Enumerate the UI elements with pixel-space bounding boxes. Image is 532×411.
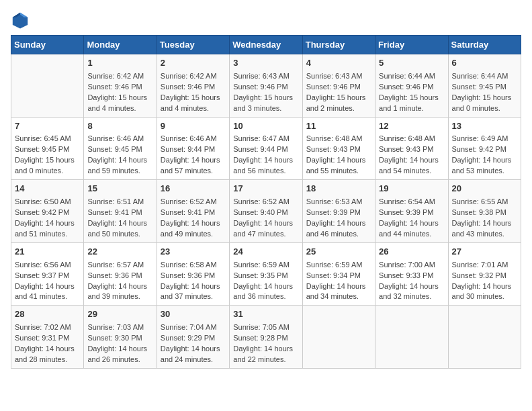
cell-info: Daylight: 14 hours bbox=[15, 344, 80, 355]
cell-info: Sunset: 9:36 PM bbox=[161, 271, 226, 281]
calendar-cell: 14Sunrise: 6:50 AMSunset: 9:42 PMDayligh… bbox=[11, 180, 84, 243]
calendar-cell: 28Sunrise: 7:02 AMSunset: 9:31 PMDayligh… bbox=[11, 306, 84, 369]
cell-info: Sunset: 9:42 PM bbox=[15, 208, 80, 218]
calendar-cell: 25Sunrise: 6:59 AMSunset: 9:34 PMDayligh… bbox=[302, 242, 375, 306]
cell-info: Sunset: 9:28 PM bbox=[233, 333, 298, 344]
cell-info: Daylight: 14 hours bbox=[161, 281, 226, 292]
day-number: 8 bbox=[87, 120, 152, 133]
cell-info: Sunrise: 6:43 AM bbox=[306, 71, 371, 82]
cell-info: and 1 minute. bbox=[379, 103, 444, 114]
calendar-week-3: 14Sunrise: 6:50 AMSunset: 9:42 PMDayligh… bbox=[11, 180, 521, 243]
cell-info: Sunset: 9:39 PM bbox=[379, 208, 444, 218]
cell-info: Daylight: 15 hours bbox=[87, 93, 152, 103]
header-sunday: Sunday bbox=[11, 36, 84, 54]
cell-info: Sunset: 9:45 PM bbox=[452, 82, 517, 93]
header-friday: Friday bbox=[375, 36, 448, 54]
cell-info: and 34 minutes. bbox=[306, 291, 371, 302]
day-number: 6 bbox=[452, 57, 517, 70]
header-wednesday: Wednesday bbox=[230, 36, 302, 54]
cell-info: and 43 minutes. bbox=[452, 229, 517, 240]
calendar-cell: 6Sunrise: 6:44 AMSunset: 9:45 PMDaylight… bbox=[448, 54, 521, 118]
logo bbox=[11, 11, 32, 30]
cell-info: and 54 minutes. bbox=[379, 166, 444, 177]
cell-info: Daylight: 14 hours bbox=[306, 281, 371, 292]
cell-info: and 56 minutes. bbox=[233, 166, 298, 177]
cell-info: Daylight: 14 hours bbox=[233, 344, 298, 355]
cell-info: and 44 minutes. bbox=[379, 229, 444, 240]
day-number: 27 bbox=[452, 246, 517, 259]
day-number: 14 bbox=[15, 183, 80, 195]
cell-info: Sunrise: 6:45 AM bbox=[15, 134, 80, 144]
calendar-cell: 22Sunrise: 6:57 AMSunset: 9:36 PMDayligh… bbox=[84, 242, 157, 306]
calendar-cell bbox=[11, 54, 84, 118]
cell-info: and 24 minutes. bbox=[161, 355, 226, 365]
cell-info: and 0 minutes. bbox=[452, 103, 517, 114]
cell-info: Sunset: 9:32 PM bbox=[452, 271, 517, 281]
calendar-cell: 19Sunrise: 6:54 AMSunset: 9:39 PMDayligh… bbox=[375, 180, 448, 243]
cell-info: Sunset: 9:38 PM bbox=[452, 208, 517, 218]
calendar-cell: 27Sunrise: 7:01 AMSunset: 9:32 PMDayligh… bbox=[448, 242, 521, 306]
day-number: 5 bbox=[379, 57, 444, 70]
calendar-week-5: 28Sunrise: 7:02 AMSunset: 9:31 PMDayligh… bbox=[11, 306, 521, 369]
cell-info: Daylight: 14 hours bbox=[87, 344, 152, 355]
calendar-cell: 16Sunrise: 6:52 AMSunset: 9:41 PMDayligh… bbox=[157, 180, 229, 243]
cell-info: and 53 minutes. bbox=[452, 166, 517, 177]
cell-info: Daylight: 14 hours bbox=[452, 218, 517, 229]
cell-info: Daylight: 14 hours bbox=[161, 344, 226, 355]
calendar-cell: 11Sunrise: 6:48 AMSunset: 9:43 PMDayligh… bbox=[302, 117, 375, 180]
cell-info: Sunrise: 6:50 AM bbox=[15, 197, 80, 208]
cell-info: Daylight: 14 hours bbox=[15, 218, 80, 229]
cell-info: and 4 minutes. bbox=[87, 103, 152, 114]
cell-info: Sunrise: 6:52 AM bbox=[233, 197, 298, 208]
calendar-cell: 3Sunrise: 6:43 AMSunset: 9:46 PMDaylight… bbox=[230, 54, 302, 118]
cell-info: Sunrise: 6:56 AM bbox=[15, 260, 80, 271]
cell-info: and 2 minutes. bbox=[306, 103, 371, 114]
cell-info: Sunrise: 6:47 AM bbox=[233, 134, 298, 144]
cell-info: Sunrise: 6:57 AM bbox=[87, 260, 152, 271]
cell-info: Sunset: 9:34 PM bbox=[306, 271, 371, 281]
cell-info: Sunrise: 6:58 AM bbox=[161, 260, 226, 271]
cell-info: Sunrise: 6:46 AM bbox=[87, 134, 152, 144]
day-number: 4 bbox=[306, 57, 371, 70]
cell-info: Daylight: 14 hours bbox=[161, 155, 226, 166]
day-number: 28 bbox=[15, 308, 80, 321]
cell-info: Sunrise: 6:52 AM bbox=[161, 197, 226, 208]
day-number: 26 bbox=[379, 246, 444, 259]
calendar-cell: 13Sunrise: 6:49 AMSunset: 9:42 PMDayligh… bbox=[448, 117, 521, 180]
cell-info: and 39 minutes. bbox=[87, 291, 152, 302]
cell-info: Sunrise: 6:42 AM bbox=[87, 71, 152, 82]
calendar-cell: 5Sunrise: 6:44 AMSunset: 9:46 PMDaylight… bbox=[375, 54, 448, 118]
cell-info: and 28 minutes. bbox=[15, 355, 80, 365]
cell-info: Daylight: 14 hours bbox=[233, 218, 298, 229]
calendar-cell bbox=[302, 306, 375, 369]
cell-info: Sunset: 9:45 PM bbox=[15, 144, 80, 155]
cell-info: Daylight: 14 hours bbox=[87, 281, 152, 292]
cell-info: and 26 minutes. bbox=[87, 355, 152, 365]
calendar-cell: 24Sunrise: 6:59 AMSunset: 9:35 PMDayligh… bbox=[230, 242, 302, 306]
cell-info: Sunset: 9:41 PM bbox=[161, 208, 226, 218]
cell-info: and 55 minutes. bbox=[306, 166, 371, 177]
cell-info: Daylight: 15 hours bbox=[233, 93, 298, 103]
cell-info: Sunset: 9:46 PM bbox=[161, 82, 226, 93]
day-number: 11 bbox=[306, 120, 371, 133]
cell-info: Sunrise: 6:48 AM bbox=[379, 134, 444, 144]
cell-info: and 51 minutes. bbox=[15, 229, 80, 240]
calendar-cell: 7Sunrise: 6:45 AMSunset: 9:45 PMDaylight… bbox=[11, 117, 84, 180]
calendar-cell: 29Sunrise: 7:03 AMSunset: 9:30 PMDayligh… bbox=[84, 306, 157, 369]
cell-info: Sunset: 9:39 PM bbox=[306, 208, 371, 218]
cell-info: Sunrise: 6:48 AM bbox=[306, 134, 371, 144]
day-number: 18 bbox=[306, 183, 371, 195]
day-number: 25 bbox=[306, 246, 371, 259]
cell-info: Sunset: 9:40 PM bbox=[233, 208, 298, 218]
calendar-cell: 12Sunrise: 6:48 AMSunset: 9:43 PMDayligh… bbox=[375, 117, 448, 180]
cell-info: Sunrise: 6:44 AM bbox=[379, 71, 444, 82]
day-number: 15 bbox=[87, 183, 152, 195]
cell-info: Sunrise: 7:03 AM bbox=[87, 322, 152, 333]
cell-info: Sunrise: 7:04 AM bbox=[161, 322, 226, 333]
calendar-cell bbox=[448, 306, 521, 369]
cell-info: Sunset: 9:33 PM bbox=[379, 271, 444, 281]
calendar-cell bbox=[375, 306, 448, 369]
calendar-cell: 30Sunrise: 7:04 AMSunset: 9:29 PMDayligh… bbox=[157, 306, 229, 369]
cell-info: Sunset: 9:42 PM bbox=[452, 144, 517, 155]
calendar-cell: 20Sunrise: 6:55 AMSunset: 9:38 PMDayligh… bbox=[448, 180, 521, 243]
